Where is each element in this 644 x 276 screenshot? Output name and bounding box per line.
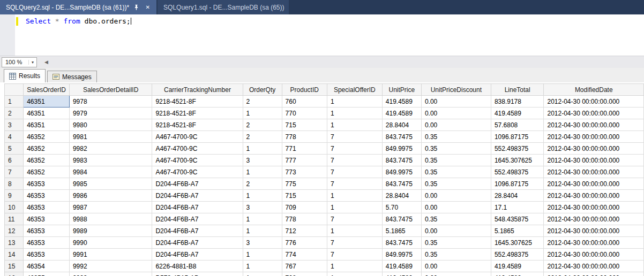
grid-cell[interactable]: 3 [243,237,282,249]
grid-cell[interactable]: 419.4589 [491,272,544,276]
grid-cell[interactable]: 2012-04-30 00:00:00.000 [544,96,644,108]
grid-cell[interactable]: 7 [327,166,382,178]
grid-cell[interactable]: 1 [327,225,382,237]
grid-cell[interactable]: A467-4700-9C [152,143,243,155]
grid-cell[interactable]: 0.35 [421,249,491,260]
column-header-salesorderid[interactable]: SalesOrderID [24,84,70,96]
grid-corner[interactable] [5,84,24,96]
grid-cell[interactable]: 1 [243,225,282,237]
grid-cell[interactable]: 1 [327,108,382,119]
grid-cell[interactable]: 6226-4881-B8 [152,260,243,272]
grid-cell[interactable]: 46352 [24,131,70,143]
column-header-carriertrackingnumber[interactable]: CarrierTrackingNumber [152,84,243,96]
row-number[interactable]: 9 [5,190,24,202]
grid-cell[interactable]: 57.6808 [491,119,544,131]
grid-cell[interactable]: 7 [327,213,382,225]
row-number[interactable]: 8 [5,178,24,190]
grid-cell[interactable]: 46353 [24,249,70,260]
grid-cell[interactable]: 2012-04-30 00:00:00.000 [544,225,644,237]
grid-cell[interactable]: 1 [243,260,282,272]
grid-cell[interactable]: 9991 [69,249,152,260]
grid-cell[interactable]: 552.498375 [491,143,544,155]
tab-results[interactable]: Results [4,69,46,82]
grid-cell[interactable]: 0.35 [421,213,491,225]
grid-cell[interactable]: 9978 [69,96,152,108]
grid-cell[interactable]: 2012-04-30 00:00:00.000 [544,202,644,213]
zoom-combo[interactable]: 100 % ▾ [2,57,37,67]
grid-cell[interactable]: 7 [327,143,382,155]
grid-cell[interactable]: 1 [243,143,282,155]
grid-cell[interactable]: 849.9975 [382,166,421,178]
grid-cell[interactable]: 9993 [69,272,152,276]
grid-cell[interactable]: 9990 [69,237,152,249]
grid-cell[interactable]: 776 [282,237,327,249]
grid-cell[interactable]: 17.1 [491,202,544,213]
grid-cell[interactable]: 46355 [24,272,70,276]
grid-cell[interactable]: 2 [243,178,282,190]
pin-icon[interactable] [132,3,140,11]
column-header-linetotal[interactable]: LineTotal [491,84,544,96]
grid-cell[interactable]: 767 [282,260,327,272]
code-line[interactable]: Select * from dbo.orders; [19,14,131,56]
grid-cell[interactable]: 1645.307625 [491,237,544,249]
row-number[interactable]: 13 [5,237,24,249]
row-number[interactable]: 16 [5,272,24,276]
grid-cell[interactable]: 419.4589 [491,260,544,272]
grid-cell[interactable]: 0.35 [421,131,491,143]
grid-cell[interactable]: 0.00 [421,225,491,237]
grid-cell[interactable]: 775 [282,178,327,190]
grid-cell[interactable]: 1096.87175 [491,178,544,190]
grid-cell[interactable]: 0.35 [421,237,491,249]
row-number[interactable]: 1 [5,96,24,108]
grid-cell[interactable]: 9982 [69,143,152,155]
row-number[interactable]: 11 [5,213,24,225]
grid-cell[interactable]: 0.35 [421,166,491,178]
grid-cell[interactable]: 0.00 [421,96,491,108]
grid-cell[interactable]: 1 [327,202,382,213]
grid-cell[interactable]: A467-4700-9C [152,155,243,166]
grid-cell[interactable]: 9979 [69,108,152,119]
grid-cell[interactable]: 3 [243,202,282,213]
grid-cell[interactable]: 28.8404 [382,190,421,202]
grid-cell[interactable]: 419.4589 [382,260,421,272]
grid-cell[interactable]: 773 [282,166,327,178]
grid-cell[interactable]: 46351 [24,96,70,108]
grid-cell[interactable]: 419.4589 [382,272,421,276]
grid-cell[interactable]: 778 [282,213,327,225]
grid-cell[interactable]: 2012-04-30 00:00:00.000 [544,108,644,119]
grid-cell[interactable]: 771 [282,143,327,155]
grid-cell[interactable]: D579-4B15-AB [152,272,243,276]
close-icon[interactable]: ✕ [144,3,152,11]
grid-cell[interactable]: 2012-04-30 00:00:00.000 [544,155,644,166]
grid-cell[interactable]: 9983 [69,155,152,166]
grid-cell[interactable]: 843.7475 [382,237,421,249]
grid-cell[interactable]: 1 [327,96,382,108]
row-number[interactable]: 4 [5,131,24,143]
grid-cell[interactable]: 1645.307625 [491,155,544,166]
column-header-salesorderdetailid[interactable]: SalesOrderDetailID [69,84,152,96]
grid-cell[interactable]: 46353 [24,213,70,225]
grid-cell[interactable]: 843.7475 [382,178,421,190]
grid-cell[interactable]: 2012-04-30 00:00:00.000 [544,237,644,249]
grid-cell[interactable]: D204-4F6B-A7 [152,225,243,237]
grid-cell[interactable]: 5.70 [382,202,421,213]
grid-cell[interactable]: 0.00 [421,260,491,272]
grid-cell[interactable]: A467-4700-9C [152,166,243,178]
grid-cell[interactable]: 9986 [69,190,152,202]
chevron-down-icon[interactable]: ▾ [28,60,36,65]
grid-cell[interactable]: 552.498375 [491,166,544,178]
column-header-productid[interactable]: ProductID [282,84,327,96]
grid-cell[interactable]: 552.498375 [491,249,544,260]
grid-cell[interactable]: 46353 [24,237,70,249]
grid-cell[interactable]: 9218-4521-8F [152,96,243,108]
grid-cell[interactable]: 770 [282,108,327,119]
grid-cell[interactable]: 46352 [24,155,70,166]
grid-cell[interactable]: 0.00 [421,190,491,202]
grid-cell[interactable]: 9988 [69,213,152,225]
grid-cell[interactable]: 2012-04-30 00:00:00.000 [544,119,644,131]
grid-cell[interactable]: 849.9975 [382,249,421,260]
grid-cell[interactable]: 1 [327,260,382,272]
grid-cell[interactable]: 9992 [69,260,152,272]
grid-cell[interactable]: 7 [327,131,382,143]
grid-cell[interactable]: 46352 [24,143,70,155]
